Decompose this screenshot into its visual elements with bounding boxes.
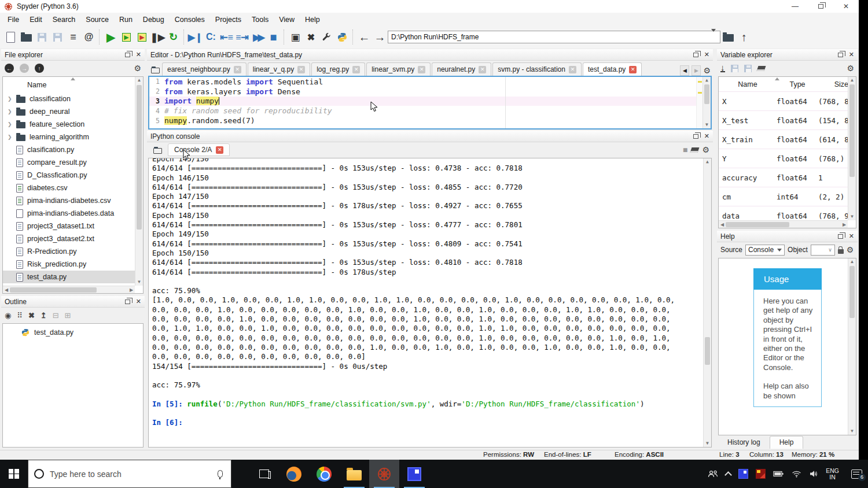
volume-icon[interactable] xyxy=(809,470,818,478)
scroll-down-arrow[interactable]: ▼ xyxy=(135,279,143,286)
variable-row-X_train[interactable]: X_trainfloat64(614, 8 xyxy=(719,130,856,149)
scroll-up-arrow[interactable]: ▲ xyxy=(848,258,856,265)
fullscreen-button[interactable]: ✖ xyxy=(303,29,319,45)
fullscreen-icon[interactable]: ✖ xyxy=(28,311,35,320)
code-line-1[interactable]: 1from keras.models import Sequential xyxy=(149,77,711,87)
tray-red-app-icon[interactable] xyxy=(756,469,766,479)
options-gear-icon[interactable]: ⚙ xyxy=(134,64,141,73)
run-button[interactable]: ▶ xyxy=(103,29,119,45)
previous-directory-button[interactable]: ← xyxy=(5,64,14,73)
variables-hscrollbar[interactable]: ◀ ▶ xyxy=(719,220,848,228)
editor-tab-test-data-py[interactable]: test_data.py✕ xyxy=(583,62,642,76)
editor-tab-log-reg-py[interactable]: log_reg.py✕ xyxy=(311,62,365,76)
scrollbar-thumb[interactable] xyxy=(726,222,789,227)
scroll-left-arrow[interactable]: ◀ xyxy=(719,222,726,227)
menu-tools[interactable]: Tools xyxy=(247,14,274,25)
scroll-up-arrow[interactable]: ▲ xyxy=(703,77,711,84)
variable-row-accuracy[interactable]: accuracyfloat641 xyxy=(719,168,856,187)
scrollbar-thumb[interactable] xyxy=(704,84,709,104)
code-line-3[interactable]: 3import numpy xyxy=(149,97,711,106)
rerun-button[interactable]: ↻ xyxy=(165,29,181,45)
editor-tab-linear-v-q-py[interactable]: linear_v_q.py✕ xyxy=(248,62,310,76)
parent-directory-button[interactable]: ↑ xyxy=(35,64,44,73)
editor-options-gear-icon[interactable]: ⚙ xyxy=(703,66,711,75)
file-row-project3_dataset1.txt[interactable]: project3_dataset1.txt xyxy=(3,220,143,232)
column-size[interactable]: Size xyxy=(818,80,848,88)
people-icon[interactable] xyxy=(708,470,718,478)
close-tab-icon[interactable]: ✕ xyxy=(352,66,360,73)
task-view-button[interactable] xyxy=(249,460,279,488)
menu-source[interactable]: Source xyxy=(80,14,114,25)
console-body[interactable]: Epoch 145/150614/614 [==================… xyxy=(148,158,712,448)
step-over-button[interactable]: C: xyxy=(203,29,219,45)
tab-help[interactable]: Help xyxy=(770,436,804,449)
expand-chevron-icon[interactable]: ❯ xyxy=(8,134,12,140)
continue-button[interactable]: ▶▶ xyxy=(250,29,266,45)
back-button[interactable]: ← xyxy=(356,29,372,45)
options-gear-icon[interactable]: ⚙ xyxy=(847,64,854,73)
file-row-clasification.py[interactable]: clasification.py xyxy=(3,143,143,156)
menu-help[interactable]: Help xyxy=(300,14,325,25)
file-row-compare_result.py[interactable]: compare_result.py xyxy=(3,156,143,169)
save-all-button[interactable] xyxy=(50,29,65,45)
start-button[interactable] xyxy=(0,460,28,488)
file-switcher-button[interactable]: ≡ xyxy=(65,29,81,45)
scroll-down-arrow[interactable]: ▼ xyxy=(848,213,856,220)
scrollbar-thumb[interactable] xyxy=(849,84,855,177)
editor-tab-neuralnet-py[interactable]: neuralnet.py✕ xyxy=(432,62,491,76)
scroll-right-arrow[interactable]: ▶ xyxy=(128,287,135,293)
run-cell-button[interactable]: ▶ xyxy=(119,29,134,45)
taskbar-file-explorer[interactable] xyxy=(339,460,369,488)
show-hidden-icons-chevron[interactable] xyxy=(726,470,731,478)
close-panel-icon[interactable]: ✕ xyxy=(849,232,854,240)
object-select[interactable]: ∨ xyxy=(811,245,835,256)
scroll-down-arrow[interactable]: ▼ xyxy=(703,121,711,128)
scrollbar-thumb[interactable] xyxy=(705,337,710,365)
undock-icon[interactable] xyxy=(838,234,843,239)
next-directory-button[interactable]: → xyxy=(20,64,29,73)
variable-row-cm[interactable]: cmint64(2, 2) xyxy=(719,187,856,206)
maximize-pane-button[interactable]: ▣ xyxy=(288,29,303,45)
source-select[interactable]: Console xyxy=(745,245,785,256)
close-panel-icon[interactable]: ✕ xyxy=(849,51,854,58)
go-to-cursor-icon[interactable]: ◉ xyxy=(5,311,11,320)
file-row-classification[interactable]: ❯classification xyxy=(3,93,143,105)
console-tab[interactable]: Console 2/A ✕ xyxy=(168,143,230,156)
close-tab-icon[interactable]: ✕ xyxy=(234,66,241,73)
close-panel-icon[interactable]: ✕ xyxy=(704,132,709,140)
menu-projects[interactable]: Projects xyxy=(210,14,247,25)
close-tab-icon[interactable]: ✕ xyxy=(569,66,576,73)
editor-tab-linear-svm-py[interactable]: linear_svm.py✕ xyxy=(366,62,431,76)
menu-consoles[interactable]: Consoles xyxy=(170,14,210,25)
minimize-button[interactable]: — xyxy=(782,0,808,13)
close-panel-icon[interactable]: ✕ xyxy=(136,51,141,58)
expand-all-icon[interactable]: ⊞ xyxy=(65,311,71,320)
run-config-button[interactable]: @ xyxy=(81,29,97,45)
column-type[interactable]: Type xyxy=(777,80,818,88)
variables-vscrollbar[interactable]: ▲ ▼ xyxy=(848,77,856,220)
next-tab-button[interactable]: ▶ xyxy=(692,65,701,76)
wifi-icon[interactable] xyxy=(792,470,801,478)
menu-debug[interactable]: Debug xyxy=(138,14,170,25)
group-icon[interactable]: ⠿ xyxy=(17,311,23,320)
close-tab-icon[interactable]: ✕ xyxy=(418,66,425,73)
variable-row-X[interactable]: Xfloat64(768, 8 xyxy=(719,91,856,110)
clear-console-icon[interactable] xyxy=(690,147,700,153)
path-dropdown-arrow[interactable] xyxy=(711,32,716,42)
options-gear-icon[interactable]: ⚙ xyxy=(847,245,854,254)
close-panel-icon[interactable]: ✕ xyxy=(136,298,141,305)
browse-tabs-button[interactable] xyxy=(148,63,162,76)
step-return-button[interactable]: ≡⇥ xyxy=(234,29,250,45)
scroll-up-arrow[interactable]: ▲ xyxy=(704,158,711,165)
code-line-4[interactable]: 4# fix random seed for reproducibility xyxy=(149,106,711,116)
follow-cursor-icon[interactable]: ↥ xyxy=(41,311,47,320)
scrollbar-thumb[interactable] xyxy=(10,287,97,293)
undock-icon[interactable] xyxy=(125,300,130,304)
file-row-learning_algorithm[interactable]: ❯learning_algorithm xyxy=(3,131,143,143)
collapse-all-icon[interactable]: ⊟ xyxy=(53,311,59,320)
taskbar-firefox[interactable] xyxy=(279,460,309,488)
taskbar-blue-app[interactable] xyxy=(399,460,429,488)
editor-tab-earest-neighbour-py[interactable]: earest_neighbour.py✕ xyxy=(162,62,247,76)
undock-icon[interactable] xyxy=(125,53,130,57)
forward-button[interactable]: → xyxy=(372,29,388,45)
